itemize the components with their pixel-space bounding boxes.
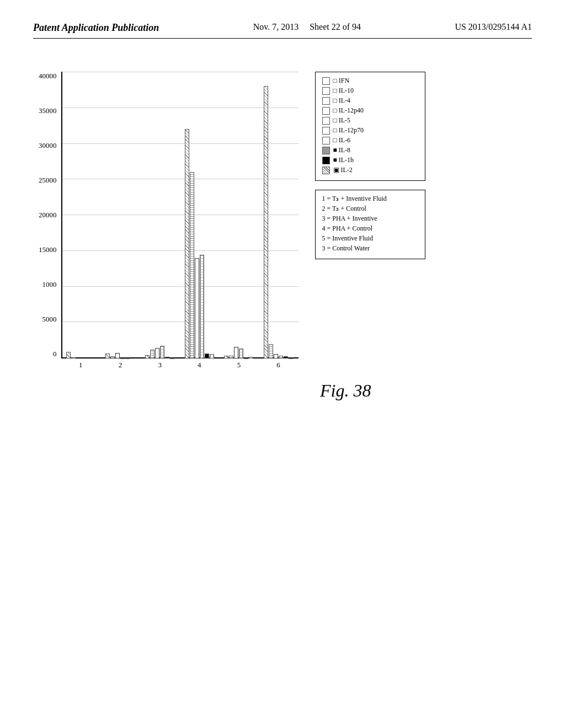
header-center: Nov. 7, 2013 Sheet 22 of 94	[253, 22, 361, 32]
legend-item-il4: □ IL-4	[322, 97, 418, 105]
bar-5-5	[244, 358, 248, 359]
treatment-legend: 1 = T₃ + Inventive Fluid 2 = T₃ + Contro…	[315, 190, 425, 259]
bar-2-1	[105, 354, 110, 358]
il1b-swatch	[322, 157, 330, 164]
bar-3-6	[170, 358, 174, 359]
legend-item-il8: ■ IL-8	[322, 146, 418, 154]
bar-1-1	[66, 352, 71, 358]
il2-swatch	[322, 167, 330, 174]
bar-2-3	[115, 353, 120, 358]
x-axis-labels: 1 2 3 4 5 6	[61, 361, 299, 370]
sheet-info: Sheet 22 of 94	[310, 22, 361, 31]
bar-4-4	[200, 255, 204, 359]
page-header: Patent Application Publication Nov. 7, 2…	[33, 22, 532, 39]
legend-t3-control: 2 = T₃ + Control	[322, 205, 418, 213]
bar-2-4	[120, 358, 125, 359]
legend-item-il2: ▣ IL-2	[322, 166, 418, 174]
legend-pha-control: 4 = PHA + Control	[322, 224, 418, 233]
il5-swatch	[322, 117, 330, 125]
bar-3-5	[165, 357, 169, 358]
legend-item-il10: □ IL-10	[322, 87, 418, 95]
publication-title: Patent Application Publication	[33, 22, 159, 34]
bar-4-5	[205, 354, 209, 358]
bar-6-3	[274, 354, 278, 358]
bar-3-3	[155, 348, 159, 359]
legend-item-il1b: ■ IL-1b	[322, 156, 418, 164]
legend-item-il12p70: □ IL-12p70	[322, 126, 418, 135]
legend-item-ifn: □ IFN	[322, 77, 418, 85]
legend-control-water: 3 = Control Water	[322, 244, 418, 253]
bar-3-2	[150, 350, 154, 358]
bar-6-4	[279, 356, 283, 358]
il10-swatch	[322, 87, 330, 95]
bar-5-4	[239, 349, 243, 358]
bar-6-1	[264, 86, 268, 358]
patent-number: US 2013/0295144 A1	[455, 22, 532, 32]
publication-date: Nov. 7, 2013	[253, 22, 299, 31]
bar-5-3	[234, 347, 238, 358]
legend-item-il6: □ IL-6	[322, 136, 418, 144]
bar-5-6	[249, 357, 253, 358]
bar-1-2	[71, 357, 76, 358]
il12p40-swatch	[322, 107, 330, 115]
il8-swatch	[322, 147, 330, 154]
bar-3-1	[145, 355, 150, 359]
bar-6-5	[284, 356, 288, 358]
ifn-swatch	[322, 77, 330, 85]
bar-4-6	[210, 354, 214, 358]
legend-item-il12p40: □ IL-12p40	[322, 106, 418, 115]
bar-chart	[61, 72, 299, 358]
il12p70-swatch	[322, 127, 330, 135]
figure-label: Fig. 38	[320, 381, 532, 401]
bar-2-2	[110, 356, 115, 358]
il4-swatch	[322, 97, 330, 105]
legend-inventive-fluid: 5 = Inventive Fluid	[322, 234, 418, 243]
legend-t3-inventive: 1 = T₃ + Inventive Fluid	[322, 195, 418, 203]
y-axis-labels: 40000 35000 30000 25000 20000 15000 1000…	[39, 72, 61, 358]
legend-item-il5: □ IL-5	[322, 116, 418, 125]
bar-4-3	[195, 258, 199, 358]
bar-2-5	[125, 358, 130, 359]
bar-5-1	[224, 356, 228, 358]
bar-4-2	[190, 172, 194, 358]
bar-3-4	[160, 346, 164, 358]
bar-5-2	[229, 356, 233, 358]
il6-swatch	[322, 137, 330, 144]
legend-area: □ IFN □ IL-10 □ IL-4 □ IL-12p40 □ IL-5	[315, 72, 425, 370]
cytokine-legend: □ IFN □ IL-10 □ IL-4 □ IL-12p40 □ IL-5	[315, 72, 425, 181]
legend-pha-inventive: 3 = PHA + Inventive	[322, 215, 418, 223]
bar-6-2	[269, 344, 273, 358]
bar-4-1	[185, 129, 189, 358]
bar-6-6	[289, 358, 293, 359]
